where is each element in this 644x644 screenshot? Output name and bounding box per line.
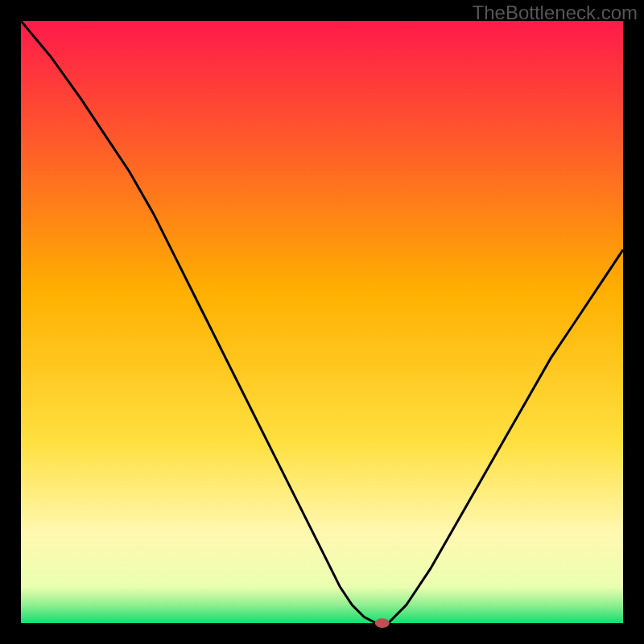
bottleneck-chart: TheBottleneck.com — [0, 0, 644, 644]
watermark-text: TheBottleneck.com — [473, 2, 638, 24]
chart-svg — [0, 0, 644, 644]
optimal-point-marker — [375, 618, 390, 628]
plot-background — [21, 21, 623, 623]
